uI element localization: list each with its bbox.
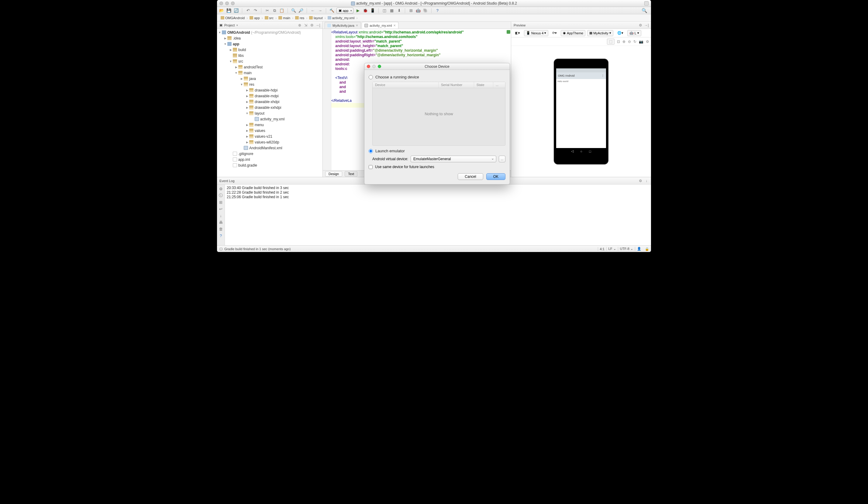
toolwindow-icon[interactable]: ▢ [219,247,223,251]
wrap-icon[interactable]: ↩ [218,206,224,211]
running-devices-table[interactable]: Device Serial Number State ... Nothing t… [372,82,505,146]
back-icon[interactable]: ← [310,8,316,13]
camera-icon[interactable]: 📷 [639,40,643,44]
hide-icon[interactable]: ↓ [644,179,649,183]
copy-icon[interactable]: ⧉ [272,8,277,13]
cursor-position[interactable]: 4:1 [598,247,606,251]
target-icon[interactable]: ⊕ [298,23,302,27]
undo-icon[interactable]: ↶ [245,8,251,13]
attach-icon[interactable]: 📱 [370,8,375,13]
tab-myactivity[interactable]: MyActivity.java× [324,22,361,29]
run-icon[interactable]: ▶ [355,8,361,13]
avd-manager-button[interactable]: ... [499,156,505,162]
clear-icon[interactable]: 🗑 [218,226,224,231]
activity-selector[interactable]: ▦MyActivity▾ [587,30,613,36]
gear-icon[interactable]: ⚙ [638,23,642,27]
inspector-icon[interactable]: 👤 [635,247,643,251]
ok-button[interactable]: OK [486,173,505,180]
crumb[interactable]: layout [307,15,326,21]
hide-icon[interactable]: →| [316,23,320,27]
crumb[interactable]: res [293,15,307,21]
print-icon[interactable]: 🖶 [218,220,224,225]
preview-canvas[interactable]: OMG Android⋮ Hello world! ◁○□ [511,46,651,177]
crumb[interactable]: activity_my.xml [326,15,358,21]
help-icon[interactable]: ? [218,233,224,238]
col-device[interactable]: Device [373,82,438,88]
code-analysis-indicator[interactable] [507,30,510,34]
info-icon[interactable]: ⓘ [218,193,224,198]
debug-icon[interactable]: 🐞 [363,8,368,13]
close-icon[interactable]: × [356,23,358,28]
reveal-icon[interactable] [644,1,649,6]
avd-selector[interactable]: EmulateMasterGeneral [411,156,496,162]
lock-icon[interactable]: 🔒 [645,247,649,251]
api-selector[interactable]: 🤖L▾ [627,30,641,36]
close-dialog-button[interactable] [367,65,370,68]
close-window-button[interactable] [219,1,223,5]
zoom-window-button[interactable] [231,1,235,5]
settings-icon[interactable]: ⚙ [646,40,649,44]
android-icon[interactable]: 🤖 [415,8,421,13]
filter-icon[interactable]: ⊞ [218,200,224,205]
theme-selector[interactable]: ◉AppTheme [561,30,585,36]
structure-icon[interactable]: ⊞ [408,8,414,13]
build-icon[interactable]: 🔨 [329,8,334,13]
orientation-icon[interactable]: ⟳▾ [550,30,559,36]
save-icon[interactable]: 💾 [226,8,231,13]
close-icon[interactable]: × [394,23,396,28]
crumb[interactable]: src [263,15,277,21]
settings-icon[interactable]: ⚙ [218,186,224,191]
gear-icon[interactable]: ⚙ [310,23,314,27]
same-device-checkbox-row[interactable]: Use same device for future launches [369,165,505,169]
run-config-selector[interactable]: ▣app [337,8,353,14]
zoom-out-icon[interactable]: ⊖ [628,40,631,44]
file-encoding[interactable]: UTF-8 ⌄ [618,247,635,251]
project-tree[interactable]: ▼OMGAndroid (~/Programming/OMGAndroid) ▶… [217,29,322,177]
tab-activity-my-xml[interactable]: activity_my.xml× [362,22,399,29]
cancel-button[interactable]: Cancel [458,173,483,180]
zoom-in-icon[interactable]: ⊕ [622,40,626,44]
crumb[interactable]: OMGAndroid [219,15,248,21]
radio-launch-emulator[interactable] [369,149,373,153]
paste-icon[interactable]: 📋 [279,8,285,13]
col-serial[interactable]: Serial Number [438,82,474,88]
device-selector[interactable]: 📱 Nexus 4▾ [524,30,548,36]
cut-icon[interactable]: ✂ [265,8,270,13]
sdk-icon[interactable]: ▦ [389,8,394,13]
open-icon[interactable]: 📂 [219,8,224,13]
locale-icon[interactable]: 🌐▾ [615,30,626,36]
launch-emulator-radio[interactable]: Launch emulator [369,148,505,153]
crumb[interactable]: app [248,15,262,21]
config-icon[interactable]: ◧▾ [513,30,522,36]
event-log-content[interactable]: 20:33:40 Gradle build finished in 3 sec … [225,185,651,245]
zoom-dialog-button[interactable] [378,65,381,68]
design-tab[interactable]: Design [325,171,342,177]
minimize-window-button[interactable] [225,1,229,5]
select-icon[interactable]: ⬚ [607,39,614,45]
redo-icon[interactable]: ↷ [252,8,258,13]
monitor-icon[interactable]: ⬇ [396,8,402,13]
gear-icon[interactable]: ⚙ [638,179,642,183]
forward-icon[interactable]: → [317,8,323,13]
refresh-icon[interactable]: ↻ [633,40,637,44]
search-icon[interactable]: 🔍 [642,8,647,13]
line-separator[interactable]: LF ⌄ [606,247,618,251]
radio-running-device[interactable] [369,75,373,79]
gradle-icon[interactable]: 🐘 [423,8,428,13]
col-compat[interactable]: ... [493,82,505,88]
same-device-checkbox[interactable] [369,165,373,169]
minimize-dialog-button[interactable] [372,65,376,68]
col-state[interactable]: State [474,82,493,88]
scroll-icon[interactable]: ↓ [218,213,224,218]
text-tab[interactable]: Text [345,171,358,177]
crumb[interactable]: main [277,15,293,21]
choose-running-device-radio[interactable]: Choose a running device [369,75,505,79]
collapse-icon[interactable]: ⇲ [303,23,308,27]
avd-icon[interactable]: ◫ [382,8,387,13]
help-icon[interactable]: ? [435,8,440,13]
hide-icon[interactable]: →| [644,23,649,27]
replace-icon[interactable]: 🔎 [298,8,303,13]
find-icon[interactable]: 🔍 [291,8,296,13]
sync-icon[interactable]: 🔄 [234,8,239,13]
zoom-fit-icon[interactable]: ⊡ [617,40,620,44]
